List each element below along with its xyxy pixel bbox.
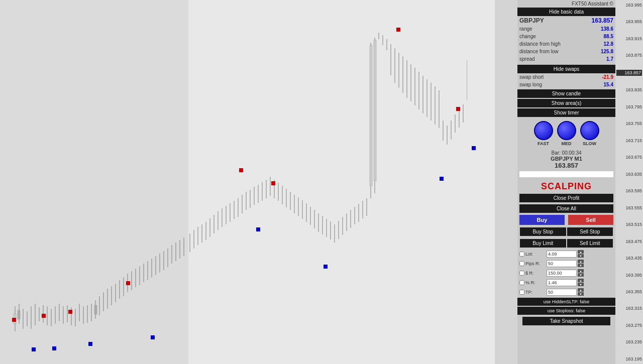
dollar-input[interactable] <box>547 270 577 277</box>
spread-value: 1.7 <box>606 56 613 62</box>
range-value: 138.6 <box>601 26 613 32</box>
scalping-title: SCALPING <box>517 179 615 193</box>
swap-short-row: swap short -21.9 <box>517 73 615 81</box>
buy-sell-row: Buy Sell <box>517 214 615 226</box>
dist-low-label: distance from low <box>519 49 559 54</box>
speed-label-row: FAST MED SLOW <box>517 141 615 148</box>
swap-short-label: swap short <box>519 74 544 80</box>
swap-long-row: swap long 15.4 <box>517 81 615 88</box>
price-label-9: 163.635 <box>616 172 642 177</box>
signal-red-7 <box>42 314 46 318</box>
price-label-20: 163.195 <box>616 356 642 361</box>
price-label-current: 163.857 <box>616 70 642 76</box>
price-label-16: 163.355 <box>616 289 642 294</box>
dist-low-value: 125.8 <box>601 49 613 54</box>
percent-input[interactable] <box>547 279 577 286</box>
signal-blue-7 <box>32 347 36 351</box>
signal-blue-8 <box>151 335 155 339</box>
show-candle-button[interactable]: Show candle <box>517 89 615 98</box>
price-label-19: 163.235 <box>616 339 642 344</box>
dist-high-label: distance from high <box>519 41 561 47</box>
take-snapshot-button[interactable]: Take Snapshot <box>522 317 611 325</box>
dollar-label: $ R: <box>525 271 546 276</box>
med-button[interactable] <box>557 121 576 140</box>
change-label: change <box>519 34 536 39</box>
signal-red-6 <box>68 310 72 314</box>
hide-basic-data-button[interactable]: Hide basic data <box>517 8 615 16</box>
hide-swaps-button[interactable]: Hide swaps <box>517 65 615 73</box>
fxt-header: FXT50 Assistant © <box>517 0 615 8</box>
price-label-15: 163.395 <box>616 273 642 278</box>
speed-section <box>517 117 615 141</box>
percent-checkbox[interactable] <box>519 280 524 285</box>
close-profit-row: Close Profit <box>517 193 615 203</box>
price-label-2: 163.915 <box>616 36 642 41</box>
price-label-12: 163.515 <box>616 222 642 227</box>
pips-up-arrow[interactable]: ▲ <box>578 260 584 263</box>
dollar-up-arrow[interactable]: ▲ <box>578 269 584 273</box>
symbol-name: GBPJPY <box>519 17 544 24</box>
percent-down-arrow[interactable]: ▼ <box>578 283 584 286</box>
close-all-button[interactable]: Close All <box>519 204 613 213</box>
hidden-sltp-button[interactable]: use HiddenSLTP: false <box>517 298 615 306</box>
pips-label: Pips R: <box>525 261 546 266</box>
range-label: range <box>519 26 532 32</box>
close-profit-button[interactable]: Close Profit <box>519 194 613 202</box>
dollar-input-row: $ R: ▲ ▼ <box>517 268 615 278</box>
lot-arrows: ▲ ▼ <box>578 250 584 258</box>
signal-red-1 <box>396 28 400 32</box>
pips-input-row: Pips R: ▲ ▼ <box>517 259 615 268</box>
signal-blue-5 <box>88 342 92 346</box>
signal-blue-1 <box>472 146 476 150</box>
price-label-18: 163.275 <box>616 323 642 328</box>
dollar-down-arrow[interactable]: ▼ <box>578 273 584 277</box>
lot-checkbox[interactable] <box>519 252 524 257</box>
dollar-checkbox[interactable] <box>519 271 524 276</box>
swap-short-value: -21.9 <box>602 74 613 80</box>
stoploss-button[interactable]: use Stoploss: false <box>517 307 615 315</box>
price-label-1: 163.955 <box>616 19 642 24</box>
show-area-button[interactable]: Show area(s) <box>517 99 615 107</box>
tp-down-arrow[interactable]: ▼ <box>578 292 584 296</box>
buy-button[interactable]: Buy <box>519 215 565 225</box>
tp-up-arrow[interactable]: ▲ <box>578 288 584 292</box>
price-label-3: 163.875 <box>616 53 642 58</box>
price-label-5: 163.795 <box>616 104 642 109</box>
sell-stop-button[interactable]: Sell Stop <box>567 227 613 236</box>
signal-red-5 <box>126 281 130 285</box>
slow-label: SLOW <box>580 141 599 146</box>
chart-area: GBPJPY,M1 163.848 163.870 163.843 163.85… <box>0 0 495 364</box>
percent-up-arrow[interactable]: ▲ <box>578 279 584 282</box>
spread-row: spread 1.7 <box>517 55 615 63</box>
svg-rect-119 <box>374 40 376 181</box>
signal-red-8 <box>12 318 16 322</box>
tp-checkbox[interactable] <box>519 290 524 295</box>
change-row: change 88.5 <box>517 33 615 40</box>
swap-long-value: 15.4 <box>604 82 613 87</box>
pips-input[interactable] <box>547 260 577 267</box>
price-label-11: 163.555 <box>616 205 642 210</box>
lot-up-arrow[interactable]: ▲ <box>578 250 584 254</box>
signal-red-4 <box>456 107 460 111</box>
show-timer-button[interactable]: Show timer <box>517 108 615 117</box>
stop-row: Buy Stop Sell Stop <box>517 226 615 237</box>
pips-checkbox[interactable] <box>519 261 524 266</box>
bar-label: Bar: <box>551 150 560 156</box>
fast-button[interactable] <box>534 121 553 140</box>
sell-limit-button[interactable]: Sell Limit <box>567 239 613 248</box>
change-value: 88.5 <box>604 34 613 39</box>
slow-button[interactable] <box>580 121 599 140</box>
bar-symbol: GBPJPY M1 <box>518 156 614 162</box>
lot-input[interactable] <box>547 251 577 258</box>
close-all-row: Close All <box>517 203 615 214</box>
tp-input[interactable] <box>547 289 577 296</box>
lot-down-arrow[interactable]: ▼ <box>578 254 584 258</box>
buy-limit-button[interactable]: Buy Limit <box>520 239 566 248</box>
swap-long-label: swap long <box>519 82 542 87</box>
buy-stop-button[interactable]: Buy Stop <box>520 227 566 236</box>
price-label-8: 163.675 <box>616 155 642 160</box>
sell-button[interactable]: Sell <box>568 215 613 225</box>
lot-label: Lot: <box>525 252 546 257</box>
pips-down-arrow[interactable]: ▼ <box>578 264 584 267</box>
bar-price: 163.857 <box>518 162 614 169</box>
